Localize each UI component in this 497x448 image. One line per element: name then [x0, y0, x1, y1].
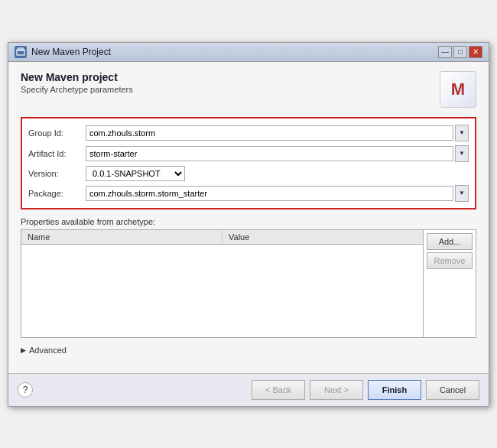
group-id-wrapper: ▼ [86, 125, 469, 141]
advanced-arrow-icon: ▶ [21, 346, 26, 354]
version-row: Version: 0.0.1-SNAPSHOT [28, 166, 469, 181]
advanced-section[interactable]: ▶ Advanced [21, 346, 476, 355]
column-value-header: Value [223, 230, 423, 244]
header-text: New Maven project Specify Archetype para… [21, 71, 133, 94]
properties-table: Name Value [21, 230, 423, 337]
artifact-id-wrapper: ▼ [86, 145, 469, 162]
group-id-row: Group Id: ▼ [28, 125, 469, 141]
properties-section: Properties available from archetype: Nam… [21, 217, 476, 338]
advanced-label: Advanced [29, 346, 67, 355]
maven-logo: M [440, 71, 476, 108]
back-button[interactable]: < Back [252, 380, 305, 400]
artifact-id-input[interactable] [86, 146, 453, 161]
table-body [21, 245, 423, 336]
window-title: New Maven Project [31, 47, 111, 57]
artifact-id-label: Artifact Id: [28, 149, 86, 158]
archetype-params-form: Group Id: ▼ Artifact Id: ▼ Version: [21, 117, 476, 209]
cancel-button[interactable]: Cancel [426, 380, 479, 400]
footer: ? < Back Next > Finish Cancel [8, 373, 489, 406]
table-header: Name Value [21, 230, 423, 245]
version-wrapper: 0.0.1-SNAPSHOT [86, 166, 185, 181]
properties-table-wrapper: Name Value Add... Remove [21, 229, 476, 338]
main-window: New Maven Project — □ ✕ New Maven projec… [8, 42, 489, 407]
version-select[interactable]: 0.0.1-SNAPSHOT [86, 166, 185, 181]
page-subtitle: Specify Archetype parameters [21, 85, 133, 94]
next-button[interactable]: Next > [310, 380, 363, 400]
package-label: Package: [28, 189, 86, 198]
artifact-id-dropdown-btn[interactable]: ▼ [455, 145, 469, 162]
help-button[interactable]: ? [18, 382, 33, 398]
group-id-dropdown-btn[interactable]: ▼ [455, 125, 469, 141]
title-bar-left: New Maven Project [15, 46, 111, 58]
page-title: New Maven project [21, 71, 133, 83]
finish-button[interactable]: Finish [368, 380, 421, 400]
column-name-header: Name [21, 230, 223, 244]
remove-property-button[interactable]: Remove [427, 252, 473, 269]
package-wrapper: ▼ [86, 185, 469, 202]
header-section: New Maven project Specify Archetype para… [21, 71, 476, 108]
content-area: New Maven project Specify Archetype para… [8, 62, 489, 373]
table-action-buttons: Add... Remove [423, 230, 476, 337]
package-row: Package: ▼ [28, 185, 469, 202]
group-id-input[interactable] [86, 125, 453, 141]
artifact-id-row: Artifact Id: ▼ [28, 145, 469, 162]
footer-nav-buttons: < Back Next > Finish Cancel [252, 380, 479, 400]
add-property-button[interactable]: Add... [427, 233, 473, 250]
package-input[interactable] [86, 186, 453, 201]
window-icon [15, 46, 27, 58]
minimize-button[interactable]: — [438, 46, 452, 58]
group-id-label: Group Id: [28, 128, 86, 138]
properties-label: Properties available from archetype: [21, 217, 476, 226]
close-button[interactable]: ✕ [469, 46, 482, 58]
window-controls: — □ ✕ [438, 46, 482, 58]
maximize-button[interactable]: □ [453, 46, 467, 58]
package-dropdown-btn[interactable]: ▼ [455, 185, 469, 202]
version-label: Version: [28, 169, 86, 178]
title-bar: New Maven Project — □ ✕ [8, 43, 489, 62]
